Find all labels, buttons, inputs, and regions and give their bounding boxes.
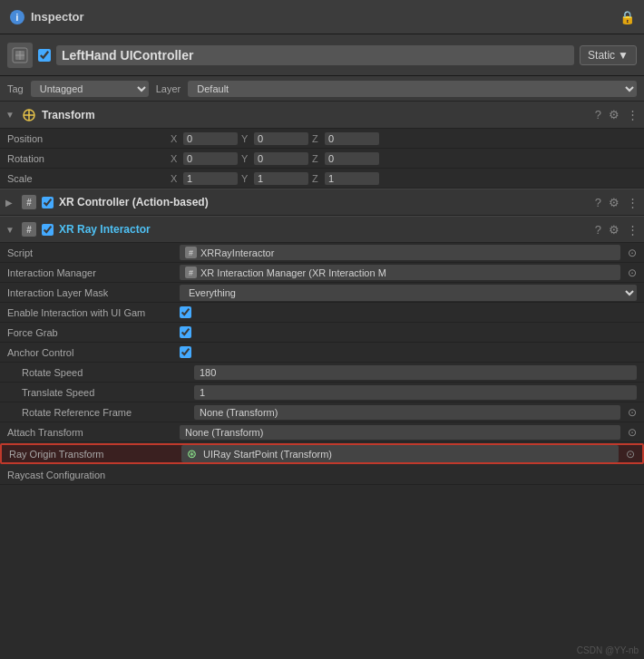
object-name[interactable]: LeftHand UIController (56, 45, 574, 65)
rotation-y-label: Y (241, 153, 252, 164)
xr-ray-fields: Script # XRRayInteractor ⊙ Interaction M… (0, 243, 644, 485)
script-hash-icon: # (185, 247, 197, 258)
rotate-speed-row: Rotate Speed (0, 363, 644, 383)
raycast-configuration-row: Raycast Configuration (0, 465, 644, 485)
xr-controller-arrow[interactable]: ▶ (5, 198, 16, 208)
position-z-item: Z (312, 132, 379, 145)
transform-properties: Position X Y Z Rotation X Y (0, 129, 644, 189)
interaction-layer-mask-dropdown[interactable]: Everything (180, 285, 637, 301)
transform-menu-btn[interactable]: ⋮ (627, 108, 639, 121)
enable-interaction-checkbox[interactable] (180, 306, 191, 318)
translate-speed-row: Translate Speed (0, 383, 644, 402)
anchor-control-label: Anchor Control (7, 347, 180, 358)
enable-interaction-row: Enable Interaction with UI Gam (0, 303, 644, 323)
interaction-manager-row: Interaction Manager # XR Interaction Man… (0, 263, 644, 283)
scale-label: Scale (7, 173, 171, 184)
rotation-z-item: Z (312, 152, 379, 165)
xr-controller-active-checkbox[interactable] (42, 197, 54, 208)
scale-z-item: Z (312, 172, 379, 185)
transform-icon (22, 108, 36, 122)
watermark: CSDN @YY-nb (577, 645, 639, 655)
attach-transform-ref[interactable]: None (Transform) (180, 425, 620, 440)
rotation-x-input[interactable] (183, 152, 238, 165)
position-x-item: X (171, 132, 238, 145)
object-active-checkbox[interactable] (38, 49, 51, 62)
script-row: Script # XRRayInteractor ⊙ (0, 243, 644, 263)
layer-select[interactable]: Default (188, 81, 637, 97)
position-z-input[interactable] (325, 132, 379, 145)
script-target-icon[interactable]: ⊙ (628, 247, 637, 259)
xr-ray-settings-btn[interactable]: ⚙ (609, 223, 620, 237)
rotate-reference-frame-value: None (Transform) ⊙ (194, 405, 637, 420)
transform-actions: ? ⚙ ⋮ (595, 108, 639, 121)
force-grab-checkbox[interactable] (180, 326, 191, 338)
rotation-row: Rotation X Y Z (0, 149, 644, 169)
transform-help-btn[interactable]: ? (595, 108, 601, 121)
attach-transform-row: Attach Transform None (Transform) ⊙ (0, 422, 644, 442)
rotate-reference-frame-ref[interactable]: None (Transform) (194, 405, 620, 420)
attach-transform-value: None (Transform) ⊙ (180, 425, 637, 440)
rotation-y-input[interactable] (254, 152, 308, 165)
script-ref[interactable]: # XRRayInteractor (180, 245, 620, 260)
anchor-control-checkbox[interactable] (180, 346, 191, 358)
xr-controller-settings-btn[interactable]: ⚙ (609, 196, 620, 209)
inspector-icon: i (9, 9, 25, 25)
xr-ray-actions: ? ⚙ ⋮ (595, 223, 639, 237)
tag-label: Tag (7, 83, 24, 94)
translate-speed-label: Translate Speed (22, 387, 194, 398)
script-value: # XRRayInteractor ⊙ (180, 245, 637, 260)
transform-title: Transform (42, 109, 590, 121)
ray-origin-transform-ref[interactable]: ⊛ UIRay StartPoint (Transform) (181, 445, 619, 462)
static-button[interactable]: Static ▼ (580, 45, 637, 65)
xr-ray-help-btn[interactable]: ? (595, 223, 601, 237)
interaction-layer-mask-label: Interaction Layer Mask (7, 287, 180, 298)
position-x-label: X (171, 133, 181, 144)
scale-values: X Y Z (171, 172, 637, 185)
translate-speed-input[interactable] (194, 385, 637, 400)
xr-controller-actions: ? ⚙ ⋮ (595, 196, 639, 209)
position-y-input[interactable] (254, 132, 308, 145)
attach-transform-target-icon[interactable]: ⊙ (628, 426, 637, 439)
interaction-manager-value: # XR Interaction Manager (XR Interaction… (180, 265, 637, 280)
xr-controller-menu-btn[interactable]: ⋮ (627, 196, 639, 209)
scale-x-input[interactable] (183, 172, 238, 185)
tag-layer-row: Tag Untagged Layer Default (0, 76, 644, 102)
xr-controller-help-btn[interactable]: ? (595, 196, 601, 209)
position-label: Position (7, 133, 171, 144)
transform-arrow[interactable]: ▼ (5, 110, 16, 120)
scale-y-input[interactable] (254, 172, 308, 185)
manager-target-icon[interactable]: ⊙ (628, 267, 637, 279)
scale-z-input[interactable] (325, 172, 379, 185)
rotation-x-label: X (171, 153, 181, 164)
position-x-input[interactable] (183, 132, 238, 145)
transform-settings-btn[interactable]: ⚙ (609, 108, 620, 121)
xr-ray-menu-btn[interactable]: ⋮ (627, 223, 639, 237)
xr-ray-arrow[interactable]: ▼ (5, 225, 16, 235)
title-bar-text: Inspector (31, 10, 84, 24)
position-values: X Y Z (171, 132, 637, 145)
rotation-label: Rotation (7, 153, 171, 164)
ray-origin-target-icon[interactable]: ⊙ (626, 448, 635, 460)
position-y-label: Y (241, 133, 252, 144)
scale-y-label: Y (241, 173, 252, 184)
interaction-manager-ref[interactable]: # XR Interaction Manager (XR Interaction… (180, 265, 620, 280)
enable-interaction-value (180, 306, 637, 318)
scale-x-label: X (171, 173, 181, 184)
interaction-manager-label: Interaction Manager (7, 267, 180, 278)
xr-controller-hash-icon: # (22, 195, 36, 209)
script-label: Script (7, 247, 180, 258)
scale-row: Scale X Y Z (0, 169, 644, 189)
anchor-control-value (180, 346, 637, 358)
xr-ray-interactor-header: ▼ # XR Ray Interactor ? ⚙ ⋮ (0, 216, 644, 243)
rotation-z-input[interactable] (325, 152, 379, 165)
interaction-layer-mask-row: Interaction Layer Mask Everything (0, 283, 644, 303)
tag-select[interactable]: Untagged (31, 81, 149, 97)
rotate-ref-target-icon[interactable]: ⊙ (628, 406, 637, 419)
position-z-label: Z (312, 133, 323, 144)
ray-origin-transform-icon: ⊛ (187, 447, 197, 460)
rotate-speed-input[interactable] (194, 365, 637, 380)
lock-icon[interactable]: 🔒 (620, 10, 635, 24)
enable-interaction-label: Enable Interaction with UI Gam (7, 307, 180, 318)
scale-y-item: Y (241, 172, 308, 185)
xr-ray-active-checkbox[interactable] (42, 224, 54, 236)
